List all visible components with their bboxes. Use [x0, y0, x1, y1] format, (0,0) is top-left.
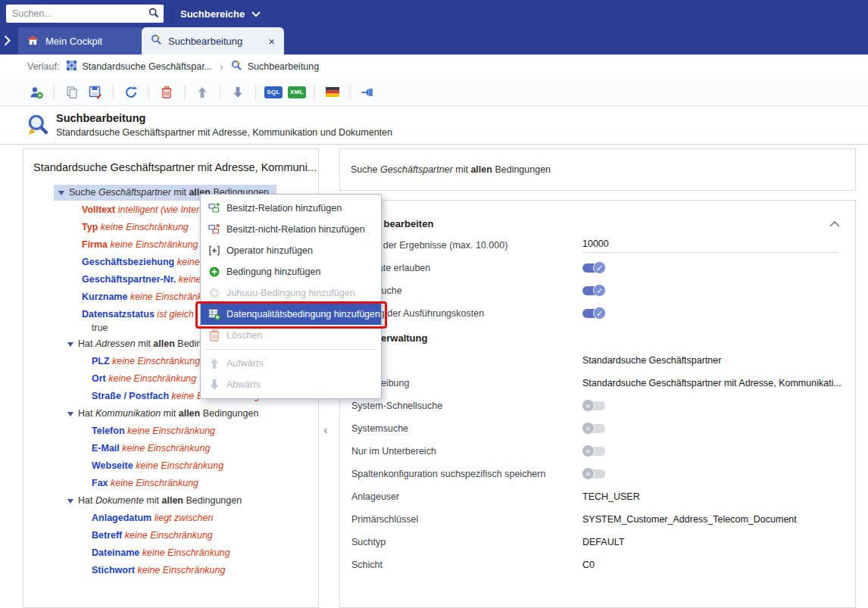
delete-icon	[161, 86, 173, 99]
tab-mein-cockpit[interactable]: Mein Cockpit	[18, 27, 142, 55]
tree-node[interactable]: Hat Dokumente mit allen Bedingungen	[23, 492, 318, 510]
form-row: SchichtC0	[351, 553, 843, 576]
refresh-button[interactable]	[120, 82, 142, 103]
form-row: SuchtypDEFAULT	[351, 531, 843, 553]
field-label: Name	[351, 355, 582, 366]
toggle-on[interactable]: ✓	[582, 309, 605, 318]
text-part: keine Einschränkung	[139, 547, 230, 558]
text-part: Straße / Postfach	[92, 391, 169, 401]
text-part: Stichwort	[92, 565, 135, 575]
text-part: mit	[161, 408, 179, 419]
expander-icon[interactable]	[67, 499, 73, 504]
toggle-knob: ×	[582, 444, 595, 457]
search-input[interactable]	[6, 8, 144, 19]
menu-item-bedingung-hinzufügen[interactable]: Bedingung hinzufügen	[201, 261, 381, 282]
toggle-off[interactable]: ×	[582, 469, 605, 479]
text-part: E-Mail	[92, 443, 120, 454]
history-item-label: Suchbearbeitung	[248, 61, 320, 72]
text-part: Adressen	[95, 338, 136, 349]
tree-node[interactable]: Betreff keine Einschränkung	[23, 527, 318, 544]
search-edit-icon	[151, 34, 162, 48]
tree-node[interactable]: Stichwort keine Einschränkung	[23, 562, 318, 579]
expander-icon[interactable]	[67, 342, 73, 347]
text-part: Hat	[78, 408, 95, 419]
text-part: Volltext	[82, 204, 115, 215]
menu-item-juhuuu-bedingung-hinzufügen: Juhuuu-Bedingung hinzufügen	[201, 282, 381, 304]
form-row: Nur im Unterbereich×	[351, 440, 843, 463]
copy-icon	[65, 86, 79, 99]
app-window: Suchbereiche Mein Cockpit Suchbearbeitun…	[0, 0, 868, 608]
tab-label: Suchbearbeitung	[168, 36, 242, 47]
text-part: keine Einschränkung	[110, 356, 201, 366]
flag-button[interactable]	[322, 82, 343, 103]
text-part: keine Einschränkung	[133, 460, 224, 471]
condition-add-icon	[208, 266, 220, 278]
text-part: Webseite	[92, 460, 133, 471]
toggle-off[interactable]: ×	[582, 424, 605, 433]
global-search	[6, 5, 164, 23]
collapse-section-button[interactable]	[826, 217, 843, 231]
save-button[interactable]	[85, 82, 106, 103]
toggle-off[interactable]: ×	[582, 401, 605, 410]
close-icon[interactable]: ×	[268, 36, 275, 47]
history-item-suchbearbeitung[interactable]: Suchbearbeitung	[231, 60, 320, 73]
toggle-on[interactable]: ✓	[582, 263, 605, 273]
xml-button[interactable]: XML	[286, 82, 308, 103]
menu-item-operator-hinzufügen[interactable]: Operator hinzufügen	[201, 240, 381, 261]
field-label: Primärschlüssel	[351, 514, 582, 525]
new-entry-button[interactable]	[26, 82, 47, 103]
tab-suchbearbeitung[interactable]: Suchbearbeitung ×	[142, 27, 284, 55]
expander-icon[interactable]	[58, 191, 64, 195]
search-button[interactable]	[144, 5, 164, 23]
panel-collapse-button[interactable]: ‹	[320, 421, 332, 439]
move-down-button[interactable]	[227, 82, 248, 103]
tree-node[interactable]: Telefon keine Einschränkung	[23, 422, 318, 440]
text-part: Bedingungen	[183, 495, 242, 506]
tab-bar: Mein Cockpit Suchbearbeitung ×	[0, 27, 868, 55]
search-areas-button[interactable]: Suchbereiche	[180, 0, 261, 27]
move-up-button[interactable]	[192, 82, 213, 103]
field-label: Schicht	[351, 560, 582, 570]
toggle-off[interactable]: ×	[582, 447, 605, 456]
page-subtitle: Standardsuche Geschäftspartner mit Adres…	[56, 127, 392, 138]
tree-node[interactable]: Anlagedatum liegt zwischen	[23, 510, 318, 527]
field-value[interactable]: Standardsuche Geschäftspartner	[582, 355, 843, 366]
field-label: Spaltenkonfiguration suchspezifisch spei…	[351, 469, 582, 479]
menu-item-datenqualitätsbedingung-hinzufügen[interactable]: Datenqualitätsbedingung hinzufügen	[201, 304, 381, 325]
text-part: Dateiname	[92, 547, 139, 558]
text-part: keine Einschränkung	[106, 373, 197, 384]
text-part: mit	[144, 495, 162, 506]
form-row: Fuzzysuche✓	[351, 279, 843, 302]
panel-expand-button[interactable]	[4, 35, 11, 48]
field-value[interactable]: Standardsuche Geschäftspartner mit Adres…	[582, 378, 843, 388]
delete-button[interactable]	[156, 82, 177, 103]
home-icon	[27, 35, 39, 48]
sql-icon: SQL	[264, 86, 283, 98]
text-part: mit	[136, 338, 154, 349]
pin-button[interactable]	[358, 82, 379, 103]
topbar-separator	[171, 6, 172, 21]
tree-node[interactable]: Webseite keine Einschränkung	[23, 457, 318, 475]
text-part: allen	[470, 164, 492, 175]
pin-icon	[361, 86, 375, 98]
field-value: SYSTEM_Customer_Address_Telecom_Document	[582, 514, 843, 525]
toggle-knob: ×	[582, 399, 595, 412]
field-label: Anzahl der Ergebnisse (max. 10.000)	[351, 240, 582, 251]
copy-button[interactable]	[61, 82, 83, 103]
tree-node[interactable]: Dateiname keine Einschränkung	[23, 544, 318, 562]
field-value[interactable]: 10000	[582, 239, 838, 253]
menu-item-besitzt-relation-hinzufügen[interactable]: Besitzt-Relation hinzufügen	[201, 198, 381, 219]
move-up-icon	[208, 357, 220, 369]
tree-node[interactable]: E-Mail keine Einschränkung	[23, 440, 318, 457]
tree-node[interactable]: Hat Kommunikation mit allen Bedingungen	[23, 405, 318, 422]
text-part: Geschäftspartner	[98, 187, 171, 198]
sql-button[interactable]: SQL	[263, 82, 284, 103]
menu-item-label: Besitzt-nicht-Relation hinzufügen	[226, 224, 365, 235]
history-item-standardsuche[interactable]: Standardsuche Geschäftspar...	[67, 61, 212, 73]
field-label: Prüfung der Ausführungskosten	[351, 308, 582, 319]
toggle-on[interactable]: ✓	[582, 286, 605, 295]
tree-node[interactable]: Fax keine Einschränkung	[23, 475, 318, 492]
menu-item-besitzt-nicht-relation-hinzufügen[interactable]: Besitzt-nicht-Relation hinzufügen	[201, 219, 381, 240]
expander-icon[interactable]	[67, 412, 73, 416]
text-part: keine Einschränkung	[108, 239, 198, 250]
